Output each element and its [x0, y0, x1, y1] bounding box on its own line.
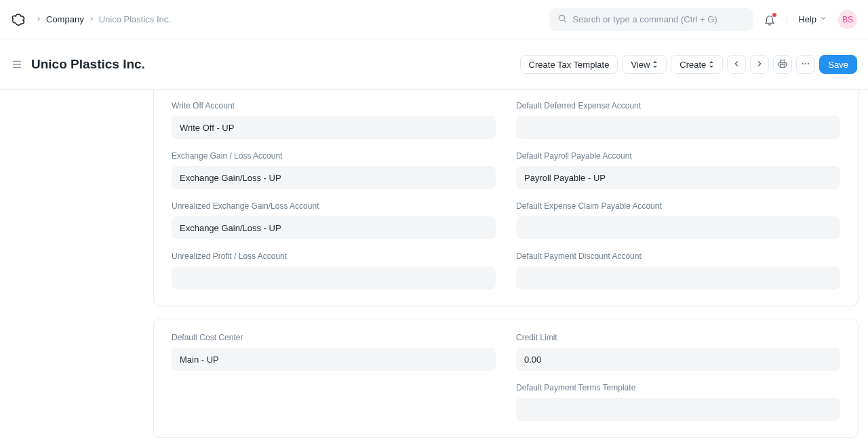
- unrealized-exchange-label: Unrealized Exchange Gain/Loss Account: [172, 201, 496, 211]
- payment-discount-input[interactable]: [516, 266, 840, 289]
- printer-icon: [778, 59, 787, 70]
- payment-terms-input[interactable]: [516, 398, 840, 421]
- content-area: Write Off Account Exchange Gain / Loss A…: [0, 90, 868, 446]
- breadcrumb-current: Unico Plastics Inc.: [99, 14, 171, 24]
- page-actions: Create Tax Template View Create: [520, 55, 857, 74]
- select-icon: [652, 61, 658, 68]
- help-label: Help: [798, 14, 816, 24]
- nav-left: Company Unico Plastics Inc.: [11, 12, 171, 28]
- unrealized-profit-label: Unrealized Profit / Loss Account: [172, 251, 496, 261]
- exchange-gain-loss-input[interactable]: [172, 166, 496, 189]
- deferred-expense-input[interactable]: [516, 116, 840, 139]
- navbar: Company Unico Plastics Inc. Help BS: [0, 0, 868, 39]
- view-label: View: [631, 60, 650, 70]
- create-label: Create: [679, 60, 706, 70]
- search-input[interactable]: [572, 14, 745, 24]
- more-button[interactable]: [796, 55, 815, 74]
- deferred-expense-label: Default Deferred Expense Account: [516, 101, 840, 110]
- payroll-payable-label: Default Payroll Payable Account: [516, 151, 840, 161]
- create-tax-template-button[interactable]: Create Tax Template: [520, 55, 618, 74]
- nav-right: Help BS: [549, 8, 857, 31]
- prev-button[interactable]: [727, 55, 746, 74]
- avatar[interactable]: BS: [838, 10, 857, 29]
- payroll-payable-input[interactable]: [516, 166, 840, 189]
- view-button[interactable]: View: [622, 55, 667, 74]
- svg-point-2: [802, 63, 804, 64]
- help-button[interactable]: Help: [798, 14, 827, 24]
- page-header-left: Unico Plastics Inc.: [11, 57, 145, 72]
- search-icon: [557, 14, 567, 25]
- svg-point-0: [559, 15, 565, 20]
- expense-claim-payable-input[interactable]: [516, 216, 840, 239]
- breadcrumb: Company Unico Plastics Inc.: [35, 14, 171, 24]
- svg-point-4: [808, 63, 810, 64]
- chevron-right-icon: [35, 15, 42, 24]
- search-box[interactable]: [549, 8, 753, 31]
- credit-limit-label: Credit Limit: [516, 333, 840, 342]
- chevron-left-icon: [732, 59, 741, 70]
- chevron-down-icon: [819, 14, 827, 24]
- divider: [787, 13, 787, 26]
- more-horizontal-icon: [801, 59, 810, 70]
- chevron-right-icon: [755, 59, 764, 70]
- payment-discount-label: Default Payment Discount Account: [516, 251, 840, 261]
- select-icon: [709, 61, 714, 68]
- create-button[interactable]: Create: [671, 55, 723, 74]
- cost-center-label: Default Cost Center: [172, 333, 496, 342]
- page-title: Unico Plastics Inc.: [31, 57, 145, 72]
- menu-toggle-icon[interactable]: [11, 58, 23, 70]
- payment-terms-label: Default Payment Terms Template: [516, 383, 840, 392]
- next-button[interactable]: [750, 55, 769, 74]
- svg-point-3: [805, 63, 806, 64]
- write-off-account-input[interactable]: [172, 116, 496, 139]
- notifications-button[interactable]: [764, 14, 776, 26]
- svg-rect-1: [781, 64, 785, 67]
- save-button[interactable]: Save: [819, 55, 857, 74]
- print-button[interactable]: [773, 55, 792, 74]
- unrealized-exchange-input[interactable]: [172, 216, 496, 239]
- notification-dot-icon: [772, 13, 776, 17]
- accounts-section: Write Off Account Exchange Gain / Loss A…: [153, 90, 859, 306]
- write-off-account-label: Write Off Account: [172, 101, 496, 110]
- expense-claim-payable-label: Default Expense Claim Payable Account: [516, 201, 840, 211]
- exchange-gain-loss-label: Exchange Gain / Loss Account: [172, 151, 496, 161]
- credit-limit-input[interactable]: [516, 348, 840, 371]
- page-header: Unico Plastics Inc. Create Tax Template …: [0, 39, 868, 90]
- breadcrumb-company[interactable]: Company: [46, 14, 84, 24]
- defaults-section: Default Cost Center Credit Limit Default…: [153, 319, 859, 438]
- chevron-right-icon: [88, 15, 95, 24]
- unrealized-profit-input[interactable]: [172, 266, 496, 289]
- cost-center-input[interactable]: [172, 348, 496, 371]
- logo-icon[interactable]: [11, 12, 27, 28]
